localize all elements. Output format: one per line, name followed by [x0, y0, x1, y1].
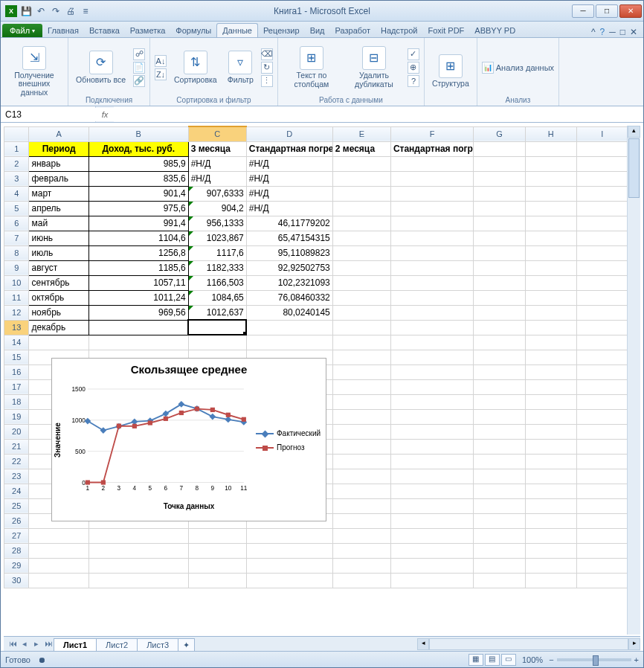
cell-G29[interactable]: [474, 558, 525, 573]
cell-D13[interactable]: [246, 320, 332, 335]
row-header-13[interactable]: 13: [4, 320, 29, 335]
cell-G2[interactable]: [474, 156, 525, 171]
cell-F6[interactable]: [390, 216, 474, 231]
cell-C13[interactable]: [188, 320, 246, 335]
cell-E11[interactable]: [332, 290, 390, 305]
cell-G5[interactable]: [474, 201, 525, 216]
cell-F17[interactable]: [390, 379, 474, 394]
cell-F15[interactable]: [390, 350, 474, 364]
cell-B7[interactable]: 1104,6: [88, 231, 188, 245]
row-header-4[interactable]: 4: [4, 186, 29, 201]
cell-H10[interactable]: [525, 275, 576, 290]
cell-H18[interactable]: [525, 394, 576, 409]
whatif-icon[interactable]: ?: [408, 75, 419, 87]
cell-C3[interactable]: #Н/Д: [188, 171, 246, 186]
cell-F7[interactable]: [390, 231, 474, 245]
tab-formulas[interactable]: Формулы: [170, 24, 216, 37]
cell-F14[interactable]: [390, 335, 474, 350]
zoom-in-icon[interactable]: +: [634, 655, 639, 664]
cell-I25[interactable]: [576, 498, 628, 513]
cell-I26[interactable]: [576, 513, 628, 528]
sort-button[interactable]: ⇅ Сортировка: [171, 49, 220, 86]
cell-G12[interactable]: [474, 305, 525, 320]
cell-H2[interactable]: [525, 156, 576, 171]
cell-H6[interactable]: [525, 216, 576, 231]
cell-I6[interactable]: [576, 216, 628, 231]
cell-I16[interactable]: [576, 364, 628, 379]
cell-G16[interactable]: [474, 364, 525, 379]
cell-I11[interactable]: [576, 290, 628, 305]
cell-F21[interactable]: [390, 439, 474, 454]
col-header-G[interactable]: G: [474, 126, 525, 141]
cell-D27[interactable]: [246, 528, 332, 543]
sheet-nav-prev-icon[interactable]: ◂: [19, 639, 30, 649]
col-header-H[interactable]: H: [525, 126, 576, 141]
cell-E15[interactable]: [332, 350, 390, 364]
data-analysis-button[interactable]: 📊 Анализ данных: [482, 62, 554, 74]
cell-F1[interactable]: Стандартная погрешность: [390, 141, 474, 156]
row-header-1[interactable]: 1: [4, 141, 29, 156]
cell-H12[interactable]: [525, 305, 576, 320]
cell-E24[interactable]: [332, 484, 390, 498]
vertical-scrollbar[interactable]: ▴: [627, 126, 640, 635]
cell-I12[interactable]: [576, 305, 628, 320]
cell-G28[interactable]: [474, 543, 525, 558]
cell-C8[interactable]: 1117,6: [188, 245, 246, 260]
cell-B10[interactable]: 1057,11: [88, 275, 188, 290]
row-header-27[interactable]: 27: [4, 528, 29, 543]
text-to-columns-button[interactable]: ⊞ Текст по столбцам: [283, 45, 341, 90]
cell-F20[interactable]: [390, 424, 474, 439]
cell-E23[interactable]: [332, 469, 390, 484]
cell-G15[interactable]: [474, 350, 525, 364]
row-header-8[interactable]: 8: [4, 245, 29, 260]
cell-I23[interactable]: [576, 469, 628, 484]
cell-C30[interactable]: [188, 573, 246, 588]
cell-B1[interactable]: Доход, тыс. руб.: [88, 141, 188, 156]
cell-B6[interactable]: 991,4: [88, 216, 188, 231]
cell-G26[interactable]: [474, 513, 525, 528]
doc-minimize-icon[interactable]: ─: [609, 27, 616, 37]
cell-H20[interactable]: [525, 424, 576, 439]
row-header-11[interactable]: 11: [4, 290, 29, 305]
hscroll-right-icon[interactable]: ▸: [628, 638, 640, 650]
cell-C28[interactable]: [188, 543, 246, 558]
cell-A13[interactable]: декабрь: [29, 320, 88, 335]
cell-B28[interactable]: [88, 543, 188, 558]
cell-C10[interactable]: 1166,503: [188, 275, 246, 290]
sheet-nav-last-icon[interactable]: ⏭: [42, 639, 54, 649]
cell-E9[interactable]: [332, 260, 390, 275]
cell-G19[interactable]: [474, 409, 525, 424]
cell-H28[interactable]: [525, 543, 576, 558]
cell-I24[interactable]: [576, 484, 628, 498]
cell-F27[interactable]: [390, 528, 474, 543]
cell-D4[interactable]: #Н/Д: [246, 186, 332, 201]
cell-I3[interactable]: [576, 171, 628, 186]
cell-G10[interactable]: [474, 275, 525, 290]
cell-F3[interactable]: [390, 171, 474, 186]
edit-links-icon[interactable]: 🔗: [133, 75, 145, 87]
new-sheet-button[interactable]: ✦: [178, 638, 195, 652]
cell-I9[interactable]: [576, 260, 628, 275]
cell-D3[interactable]: #Н/Д: [246, 171, 332, 186]
cell-D14[interactable]: [246, 335, 332, 350]
cell-I10[interactable]: [576, 275, 628, 290]
cell-B2[interactable]: 985,9: [88, 156, 188, 171]
cell-E30[interactable]: [332, 573, 390, 588]
row-header-3[interactable]: 3: [4, 171, 29, 186]
cell-F2[interactable]: [390, 156, 474, 171]
close-button[interactable]: ✕: [619, 4, 642, 18]
cell-G4[interactable]: [474, 186, 525, 201]
row-header-21[interactable]: 21: [4, 439, 29, 454]
cell-H24[interactable]: [525, 484, 576, 498]
cell-A9[interactable]: август: [29, 260, 88, 275]
row-header-9[interactable]: 9: [4, 260, 29, 275]
cell-E18[interactable]: [332, 394, 390, 409]
cell-D10[interactable]: 102,2321093: [246, 275, 332, 290]
row-header-16[interactable]: 16: [4, 364, 29, 379]
cell-F23[interactable]: [390, 469, 474, 484]
cell-H5[interactable]: [525, 201, 576, 216]
row-header-14[interactable]: 14: [4, 335, 29, 350]
cell-G23[interactable]: [474, 469, 525, 484]
cell-B9[interactable]: 1185,6: [88, 260, 188, 275]
cell-A5[interactable]: апрель: [29, 201, 88, 216]
